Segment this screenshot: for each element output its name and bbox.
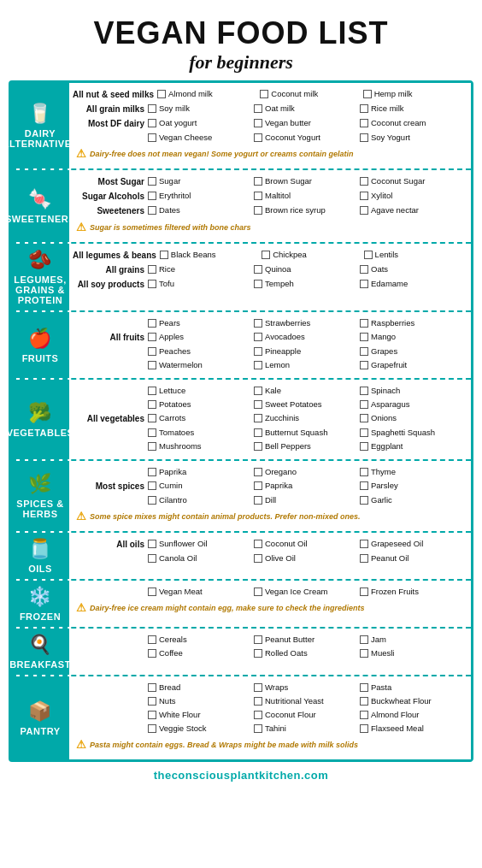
checkbox[interactable]: [148, 554, 156, 563]
checkbox[interactable]: [148, 481, 156, 490]
checkbox[interactable]: [254, 361, 262, 369]
list-item[interactable]: Grapeseed Oil: [360, 538, 466, 549]
checkbox[interactable]: [148, 414, 156, 422]
checkbox[interactable]: [148, 428, 156, 437]
checkbox[interactable]: [254, 400, 262, 409]
checkbox[interactable]: [254, 635, 262, 644]
checkbox[interactable]: [360, 133, 368, 142]
checkbox[interactable]: [360, 206, 368, 215]
list-item[interactable]: Oregano: [254, 466, 360, 477]
list-item[interactable]: Almond milk: [157, 88, 260, 99]
list-item[interactable]: Potatoes: [148, 399, 254, 410]
checkbox[interactable]: [254, 280, 262, 288]
checkbox[interactable]: [148, 400, 156, 409]
checkbox[interactable]: [148, 468, 156, 476]
checkbox[interactable]: [360, 400, 368, 409]
checkbox[interactable]: [360, 387, 368, 395]
checkbox[interactable]: [360, 468, 368, 476]
list-item[interactable]: Vegan butter: [254, 117, 360, 128]
list-item[interactable]: Veggie Stock: [148, 723, 254, 734]
list-item[interactable]: Jam: [360, 634, 466, 645]
checkbox[interactable]: [148, 192, 156, 200]
list-item[interactable]: Rolled Oats: [254, 647, 360, 658]
list-item[interactable]: Vegan Cheese: [148, 132, 254, 143]
checkbox[interactable]: [254, 192, 262, 200]
checkbox[interactable]: [254, 442, 262, 451]
checkbox[interactable]: [148, 649, 156, 658]
checkbox[interactable]: [360, 711, 368, 719]
checkbox[interactable]: [360, 683, 368, 692]
list-item[interactable]: Flaxseed Meal: [360, 723, 466, 734]
list-item[interactable]: Brown rice syrup: [254, 204, 360, 216]
checkbox[interactable]: [360, 588, 368, 596]
list-item[interactable]: Maltitol: [254, 190, 360, 201]
checkbox[interactable]: [360, 319, 368, 328]
list-item[interactable]: Quinoa: [254, 263, 360, 275]
checkbox[interactable]: [360, 442, 368, 451]
list-item[interactable]: Wraps: [254, 682, 360, 693]
checkbox[interactable]: [254, 119, 262, 127]
list-item[interactable]: Sweet Potatoes: [254, 399, 360, 410]
checkbox[interactable]: [254, 347, 262, 356]
list-item[interactable]: Sugar: [148, 175, 254, 186]
checkbox[interactable]: [148, 711, 156, 719]
list-item[interactable]: Pears: [148, 317, 254, 328]
checkbox[interactable]: [254, 177, 262, 186]
list-item[interactable]: Agave nectar: [360, 204, 466, 216]
checkbox[interactable]: [148, 119, 156, 127]
list-item[interactable]: Watermelon: [148, 359, 254, 370]
list-item[interactable]: Coconut Oil: [254, 538, 360, 549]
checkbox[interactable]: [360, 414, 368, 422]
list-item[interactable]: Coffee: [148, 647, 254, 658]
checkbox[interactable]: [254, 428, 262, 437]
list-item[interactable]: Raspberries: [360, 317, 466, 328]
list-item[interactable]: Olive Oil: [254, 552, 360, 564]
list-item[interactable]: Almond Flour: [360, 709, 466, 720]
list-item[interactable]: Erythritol: [148, 190, 254, 201]
list-item[interactable]: Avocadoes: [254, 331, 360, 342]
checkbox[interactable]: [254, 588, 262, 596]
list-item[interactable]: Buckwheat Flour: [360, 695, 466, 706]
list-item[interactable]: Cilantro: [148, 494, 254, 505]
checkbox[interactable]: [254, 649, 262, 658]
list-item[interactable]: Tomatoes: [148, 427, 254, 438]
checkbox[interactable]: [254, 540, 262, 548]
list-item[interactable]: Dill: [254, 494, 360, 505]
list-item[interactable]: Frozen Fruits: [360, 586, 466, 597]
list-item[interactable]: Bell Peppers: [254, 440, 360, 452]
list-item[interactable]: Coconut Sugar: [360, 175, 466, 186]
checkbox[interactable]: [254, 333, 262, 341]
checkbox[interactable]: [148, 177, 156, 186]
list-item[interactable]: Brown Sugar: [254, 175, 360, 186]
checkbox[interactable]: [360, 192, 368, 200]
list-item[interactable]: Nutritional Yeast: [254, 695, 360, 706]
list-item[interactable]: Vegan Ice Cream: [254, 586, 360, 597]
checkbox[interactable]: [360, 265, 368, 274]
list-item[interactable]: Kale: [254, 385, 360, 396]
checkbox[interactable]: [254, 683, 262, 692]
list-item[interactable]: Lettuce: [148, 385, 254, 396]
list-item[interactable]: Chickpea: [262, 249, 363, 260]
checkbox[interactable]: [262, 251, 270, 259]
checkbox[interactable]: [148, 104, 156, 113]
list-item[interactable]: Coconut milk: [260, 88, 362, 99]
list-item[interactable]: Mango: [360, 331, 466, 342]
list-item[interactable]: Cereals: [148, 634, 254, 645]
list-item[interactable]: Oat yogurt: [148, 117, 254, 128]
checkbox[interactable]: [360, 280, 368, 288]
list-item[interactable]: Zucchinis: [254, 412, 360, 423]
checkbox[interactable]: [148, 319, 156, 328]
list-item[interactable]: Dates: [148, 204, 254, 216]
list-item[interactable]: Mushrooms: [148, 440, 254, 452]
checkbox[interactable]: [364, 251, 373, 259]
checkbox[interactable]: [360, 104, 368, 113]
list-item[interactable]: Parsley: [360, 480, 466, 491]
list-item[interactable]: Garlic: [360, 494, 466, 505]
checkbox[interactable]: [360, 481, 368, 490]
list-item[interactable]: Soy Yogurt: [360, 132, 466, 143]
checkbox[interactable]: [148, 540, 156, 548]
checkbox[interactable]: [148, 347, 156, 356]
list-item[interactable]: Lentils: [364, 249, 466, 260]
list-item[interactable]: Lemon: [254, 359, 360, 370]
checkbox[interactable]: [148, 333, 156, 341]
